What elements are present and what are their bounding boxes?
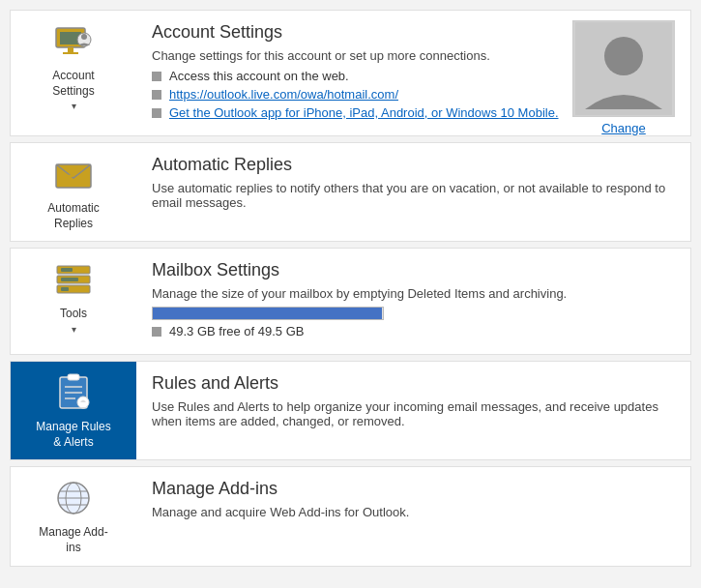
- settings-list: Account Settings▾Account SettingsChange …: [0, 0, 701, 582]
- svg-rect-2: [68, 47, 73, 52]
- content-mailbox-settings: Mailbox SettingsManage the size of your …: [136, 249, 690, 354]
- content-rules-alerts: Rules and AlertsUse Rules and Alerts to …: [136, 362, 690, 446]
- profile-picture: [572, 20, 675, 117]
- icon-label-manage-addins: Manage Add- ins: [39, 525, 107, 555]
- settings-item-automatic-replies: Automatic RepliesAutomatic RepliesUse au…: [10, 142, 691, 242]
- bullet-text-0: Access this account on the web.: [169, 69, 349, 83]
- tools-icon: [52, 258, 95, 301]
- settings-item-mailbox-settings: Tools▾Mailbox SettingsManage the size of…: [10, 248, 691, 355]
- title-rules-alerts: Rules and Alerts: [152, 373, 675, 394]
- bullet-square-icon: [152, 90, 161, 100]
- content-manage-addins: Manage Add-insManage and acquire Web Add…: [136, 467, 690, 537]
- storage-label: 49.3 GB free of 49.5 GB: [152, 324, 675, 338]
- svg-rect-14: [61, 278, 78, 281]
- icon-block-mailbox-settings[interactable]: Tools▾: [11, 249, 136, 344]
- bullet-link-1[interactable]: https://outlook.live.com/owa/hotmail.com…: [169, 87, 398, 102]
- svg-rect-17: [68, 374, 79, 380]
- rules-icon: [52, 371, 95, 414]
- icon-block-rules-alerts[interactable]: Manage Rules & Alerts: [11, 362, 136, 459]
- svg-point-5: [81, 34, 87, 40]
- icon-label-account-settings: Account Settings: [52, 69, 94, 99]
- svg-point-7: [604, 37, 643, 75]
- reply-icon: [52, 153, 95, 195]
- icon-label-rules-alerts: Manage Rules & Alerts: [36, 420, 110, 450]
- profile-area: Change: [572, 20, 675, 135]
- dropdown-arrow-icon: ▾: [72, 101, 76, 111]
- settings-item-account-settings: Account Settings▾Account SettingsChange …: [10, 10, 691, 136]
- icon-block-account-settings[interactable]: Account Settings▾: [11, 11, 136, 121]
- title-automatic-replies: Automatic Replies: [152, 155, 675, 175]
- svg-rect-13: [61, 268, 73, 272]
- bullet-link-2[interactable]: Get the Outlook app for iPhone, iPad, An…: [169, 105, 559, 120]
- content-account-settings: Account SettingsChange settings for this…: [136, 11, 690, 135]
- storage-text: 49.3 GB free of 49.5 GB: [169, 324, 304, 338]
- icon-block-automatic-replies[interactable]: Automatic Replies: [11, 143, 136, 241]
- dropdown-arrow-icon: ▾: [72, 324, 76, 335]
- change-photo-link[interactable]: Change: [601, 121, 646, 135]
- progress-bar: [152, 307, 384, 320]
- bullet-square-icon: [152, 108, 161, 118]
- addins-icon: [52, 477, 95, 519]
- settings-item-rules-alerts: Manage Rules & AlertsRules and AlertsUse…: [10, 361, 691, 460]
- icon-block-manage-addins[interactable]: Manage Add- ins: [11, 467, 136, 565]
- content-automatic-replies: Automatic RepliesUse automatic replies t…: [136, 143, 690, 227]
- svg-rect-15: [61, 287, 69, 291]
- desc-manage-addins: Manage and acquire Web Add-ins for Outlo…: [152, 505, 675, 519]
- icon-label-automatic-replies: Automatic Replies: [47, 201, 99, 231]
- desc-mailbox-settings: Manage the size of your mailbox by empty…: [152, 286, 675, 301]
- desc-rules-alerts: Use Rules and Alerts to help organize yo…: [152, 399, 675, 428]
- svg-rect-22: [82, 407, 85, 409]
- title-manage-addins: Manage Add-ins: [152, 479, 675, 499]
- bullet-square-icon: [152, 72, 161, 81]
- icon-label-mailbox-settings: Tools: [60, 307, 87, 322]
- desc-automatic-replies: Use automatic replies to notify others t…: [152, 181, 675, 210]
- progress-bar-fill: [153, 308, 382, 319]
- svg-rect-3: [63, 52, 78, 54]
- account-icon: [52, 20, 95, 63]
- storage-bullet-icon: [152, 327, 161, 337]
- title-mailbox-settings: Mailbox Settings: [152, 260, 675, 280]
- settings-item-manage-addins: Manage Add- insManage Add-insManage and …: [10, 466, 691, 566]
